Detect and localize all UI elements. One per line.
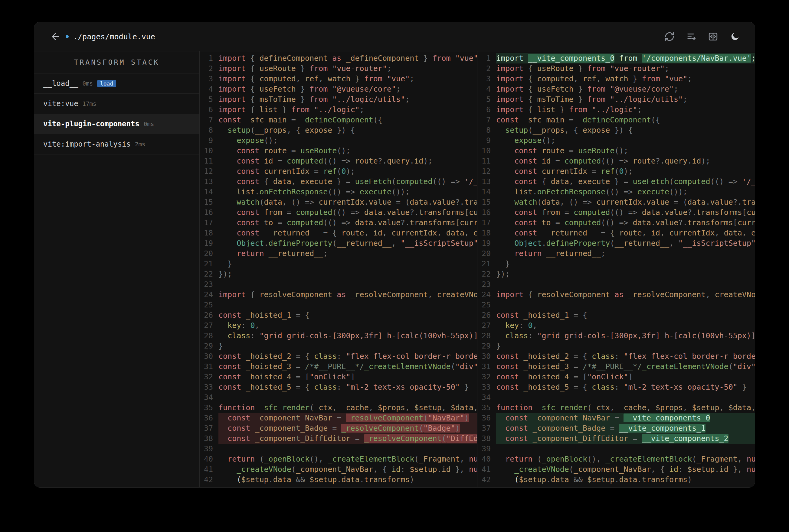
code-text bbox=[496, 300, 755, 310]
transform-duration: 17ms bbox=[82, 100, 96, 107]
code-text: const _hoisted_1 = { bbox=[496, 310, 755, 320]
refresh-button[interactable] bbox=[663, 31, 676, 43]
main-area: TRANSFORM STACK __load__0msloadvite:vue1… bbox=[34, 51, 755, 487]
line-number: 20 bbox=[200, 248, 218, 259]
line-number: 13 bbox=[477, 176, 496, 187]
back-button[interactable] bbox=[49, 31, 61, 43]
code-line: 36 const _component_NavBar = __vite_comp… bbox=[477, 413, 755, 423]
code-line: 34 bbox=[200, 392, 477, 403]
code-text: Object.defineProperty(__returned__, "__i… bbox=[496, 238, 755, 248]
line-number: 29 bbox=[200, 341, 218, 351]
line-number: 32 bbox=[477, 372, 496, 382]
code-text: key: 0, bbox=[496, 320, 755, 331]
transform-duration: 0ms bbox=[144, 120, 154, 127]
code-text: setup(__props, { expose }) { bbox=[496, 125, 755, 135]
code-text: import { computed, ref, watch } from "vu… bbox=[218, 74, 477, 84]
diff-view: 1import { defineComponent as _defineComp… bbox=[200, 51, 755, 487]
code-line: 13 const { data, execute } = useFetch(co… bbox=[477, 176, 755, 187]
code-text: const _hoisted_4 = ["onClick"] bbox=[496, 372, 755, 382]
code-text: setup(__props, { expose }) { bbox=[218, 125, 477, 135]
code-line: 20 return __returned__; bbox=[200, 248, 477, 259]
line-number: 24 bbox=[477, 289, 496, 300]
code-line: 11 const id = computed(() => route?.quer… bbox=[200, 156, 477, 166]
code-line: 7const _sfc_main = _defineComponent({ bbox=[200, 115, 477, 125]
inline-mode-icon bbox=[686, 32, 696, 42]
code-line: 12 const currentIdx = ref(0); bbox=[200, 166, 477, 176]
code-line: 4import { useFetch } from "@vueuse/core"… bbox=[477, 84, 755, 94]
line-number: 23 bbox=[477, 279, 496, 289]
code-line: 31const _hoisted_3 = /*#__PURE__*/_creat… bbox=[200, 362, 477, 372]
split-view-button[interactable] bbox=[707, 31, 719, 43]
code-line: 33const _hoisted_5 = { class: "ml-2 text… bbox=[477, 382, 755, 392]
code-line: 30const _hoisted_2 = { class: "flex flex… bbox=[477, 351, 755, 362]
transform-stack-item[interactable]: vite:vue17ms bbox=[34, 94, 199, 114]
code-line: 8 setup(__props, { expose }) { bbox=[477, 125, 755, 135]
code-text: const _hoisted_2 = { class: "flex flex-c… bbox=[218, 351, 477, 362]
code-line: 22}); bbox=[200, 269, 477, 279]
code-text: class: "grid grid-cols-[300px,3fr] h-[ca… bbox=[218, 331, 477, 341]
transform-stack-item[interactable]: vite:import-analysis2ms bbox=[34, 134, 199, 154]
code-text: import __vite_components_0 from '/compon… bbox=[496, 53, 755, 63]
code-line: 3import { computed, ref, watch } from "v… bbox=[200, 74, 477, 84]
line-number: 8 bbox=[200, 125, 218, 135]
line-number: 40 bbox=[477, 454, 496, 464]
line-number: 7 bbox=[200, 115, 218, 125]
transform-stack-item[interactable]: __load__0msload bbox=[34, 73, 199, 94]
line-number: 42 bbox=[200, 475, 218, 485]
line-number: 37 bbox=[200, 423, 218, 434]
code-line: 23 bbox=[200, 279, 477, 289]
code-text: Object.defineProperty(__returned__, "__i… bbox=[218, 238, 477, 248]
code-line: 15 watch(data, () => currentIdx.value = … bbox=[200, 197, 477, 207]
code-line: 14 list.onFetchResponse(() => execute())… bbox=[477, 187, 755, 197]
code-text: const _hoisted_3 = /*#__PURE__*/_createE… bbox=[496, 362, 755, 372]
line-number: 8 bbox=[477, 125, 496, 135]
line-number: 7 bbox=[477, 115, 496, 125]
code-line: 23 bbox=[477, 279, 755, 289]
code-text: return (_openBlock(), _createElementBloc… bbox=[496, 454, 755, 464]
code-line: 8 setup(__props, { expose }) { bbox=[200, 125, 477, 135]
line-number: 12 bbox=[200, 166, 218, 176]
code-line: 32const _hoisted_4 = ["onClick"] bbox=[200, 372, 477, 382]
line-number: 39 bbox=[477, 444, 496, 454]
line-number: 42 bbox=[477, 475, 496, 485]
line-number: 30 bbox=[200, 351, 218, 362]
transform-name: vite-plugin-components bbox=[43, 120, 140, 128]
code-text: expose(); bbox=[218, 135, 477, 146]
diff-pane-after[interactable]: 1import __vite_components_0 from '/compo… bbox=[477, 51, 755, 487]
code-line: 2import { useRoute } from "vue-router"; bbox=[477, 63, 755, 74]
code-text: const _component_Badge = __vite_componen… bbox=[496, 423, 755, 434]
code-line: 42 ($setup.data && $setup.data.transform… bbox=[477, 475, 755, 485]
code-text: expose(); bbox=[496, 135, 755, 146]
code-text: const currentIdx = ref(0); bbox=[218, 166, 477, 176]
inspect-window: ./pages/module.vue bbox=[34, 22, 755, 488]
code-line: 16 const from = computed(() => data.valu… bbox=[477, 207, 755, 217]
line-number: 4 bbox=[200, 84, 218, 94]
theme-toggle-button[interactable] bbox=[729, 31, 741, 43]
code-text bbox=[496, 392, 755, 403]
inline-mode-button[interactable] bbox=[685, 31, 697, 43]
line-number: 14 bbox=[200, 187, 218, 197]
transform-duration: 0ms bbox=[82, 80, 93, 87]
page: { "header": { "title": "./pages/module.v… bbox=[0, 0, 789, 532]
line-number: 22 bbox=[477, 269, 496, 279]
code-text: ($setup.data && $setup.data.transforms) bbox=[496, 475, 755, 485]
code-line: 1import { defineComponent as _defineComp… bbox=[200, 53, 477, 63]
line-number: 3 bbox=[200, 74, 218, 84]
code-text: const _hoisted_3 = /*#__PURE__*/_createE… bbox=[218, 362, 477, 372]
line-number: 28 bbox=[200, 331, 218, 341]
code-line: 40 return (_openBlock(), _createElementB… bbox=[477, 454, 755, 464]
code-text: const route = useRoute(); bbox=[496, 146, 755, 156]
code-line: 27 key: 0, bbox=[200, 320, 477, 331]
split-view-icon bbox=[708, 32, 718, 42]
code-text: watch(data, () => currentIdx.value = (da… bbox=[218, 197, 477, 207]
diff-pane-before[interactable]: 1import { defineComponent as _defineComp… bbox=[200, 51, 477, 487]
code-text: } bbox=[496, 341, 755, 351]
line-number: 3 bbox=[477, 74, 496, 84]
line-number: 36 bbox=[200, 413, 218, 423]
transform-stack-item[interactable]: vite-plugin-components0ms bbox=[34, 114, 199, 134]
code-line: 14 list.onFetchResponse(() => execute())… bbox=[200, 187, 477, 197]
code-text: import { useRoute } from "vue-router"; bbox=[496, 63, 755, 74]
code-text: _createVNode(_component_NavBar, { id: $s… bbox=[218, 464, 477, 475]
code-line: 3import { computed, ref, watch } from "v… bbox=[477, 74, 755, 84]
code-line: 1import __vite_components_0 from '/compo… bbox=[477, 53, 755, 63]
